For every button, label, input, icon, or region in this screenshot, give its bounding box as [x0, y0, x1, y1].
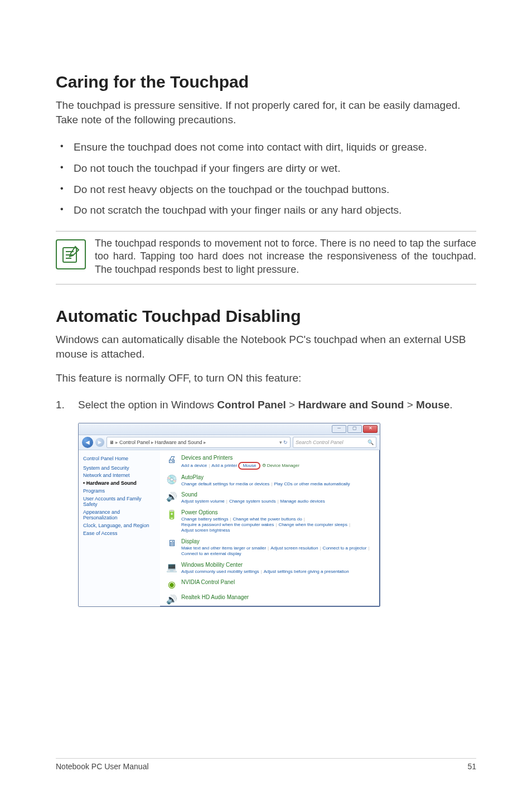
mobility-icon: 💻 — [166, 562, 178, 575]
category-display: 🖥 Display Make text and other items larg… — [166, 538, 374, 557]
link-add-device[interactable]: Add a device — [181, 463, 207, 468]
link-power-password[interactable]: Require a password when the computer wak… — [181, 522, 274, 527]
breadcrumb-bar[interactable]: 🖥 ▸ Control Panel ▸ Hardware and Sound ▸… — [107, 437, 291, 448]
heading-caring: Caring for the Touchpad — [56, 73, 476, 91]
nvidia-icon: ◉ — [166, 579, 178, 590]
step-text-b3: Mouse — [416, 399, 449, 411]
sidebar-item-user-accounts[interactable]: User Accounts and Family Safety — [83, 496, 156, 508]
step-item: 1. Select the option in Windows Control … — [56, 396, 476, 415]
autoplay-icon: 💿 — [166, 474, 178, 487]
step-number: 1. — [56, 398, 65, 413]
category-title[interactable]: Power Options — [181, 509, 374, 515]
category-title[interactable]: NVIDIA Control Panel — [181, 579, 374, 585]
step-text-sep1: > — [286, 399, 298, 411]
note-icon — [56, 239, 86, 269]
category-devices: 🖨 Devices and Printers Add a device|Add … — [166, 455, 374, 470]
realtek-icon: 🔊 — [166, 594, 178, 605]
sidebar-item-programs[interactable]: Programs — [83, 489, 156, 494]
refresh-icon[interactable]: ↻ — [283, 440, 288, 445]
sidebar-item-clock[interactable]: Clock, Language, and Region — [83, 523, 156, 529]
step-text-prefix: Select the option in Windows — [78, 399, 217, 411]
intro-caring: The touchpad is pressure sensitive. If n… — [56, 98, 476, 127]
control-panel-body: Control Panel Home System and Security N… — [79, 450, 380, 606]
link-power-buttons[interactable]: Change what the power buttons do — [233, 517, 302, 522]
para-auto-disable-1: Windows can automatically disable the No… — [56, 332, 476, 361]
link-device-manager[interactable]: Device Manager — [262, 463, 299, 468]
breadcrumb-item[interactable]: Control Panel — [119, 440, 150, 445]
sidebar-item-network[interactable]: Network and Internet — [83, 473, 156, 479]
link-power-sleep[interactable]: Change when the computer sleeps — [278, 522, 347, 527]
link-power-battery[interactable]: Change battery settings — [181, 517, 229, 522]
breadcrumb-sep: ▸ — [115, 440, 118, 445]
heading-auto-disable: Automatic Touchpad Disabling — [56, 307, 476, 326]
link-power-brightness[interactable]: Adjust screen brightness — [181, 528, 230, 533]
link-display-projector[interactable]: Connect to a projector — [323, 546, 367, 551]
category-power: 🔋 Power Options Change battery settings|… — [166, 509, 374, 534]
link-display-external[interactable]: Connect to an external display — [181, 551, 241, 556]
notepad-icon — [61, 244, 81, 264]
link-add-printer[interactable]: Add a printer — [211, 463, 237, 468]
category-autoplay: 💿 AutoPlay Change default settings for m… — [166, 474, 374, 487]
link-mobility-presentation[interactable]: Adjust settings before giving a presenta… — [264, 569, 349, 574]
maximize-button[interactable]: ▢ — [347, 425, 362, 433]
step-text-b2: Hardware and Sound — [298, 399, 404, 411]
note-text: The touchpad responds to movement not to… — [95, 237, 476, 276]
bullet-list-caring: Ensure the touchpad does not come into c… — [56, 137, 476, 221]
breadcrumb-icon: 🖥 — [109, 440, 114, 445]
power-icon: 🔋 — [166, 509, 178, 534]
sidebar-item-ease-access[interactable]: Ease of Access — [83, 531, 156, 537]
printer-icon: 🖨 — [166, 455, 178, 470]
bullet-item: Ensure the touchpad does not come into c… — [56, 137, 476, 158]
category-nvidia: ◉ NVIDIA Control Panel — [166, 579, 374, 590]
bullet-item: Do not rest heavy objects on the touchpa… — [56, 179, 476, 200]
window-controls: ─ ▢ ✕ — [332, 425, 378, 433]
search-input[interactable]: Search Control Panel — [293, 437, 376, 448]
display-icon: 🖥 — [166, 538, 178, 557]
page-footer: Notebook PC User Manual 51 — [56, 758, 476, 771]
category-title[interactable]: Devices and Printers — [181, 455, 374, 461]
link-autoplay-play[interactable]: Play CDs or other media automatically — [274, 481, 350, 486]
document-page: Caring for the Touchpad The touchpad is … — [0, 0, 532, 791]
category-sound: 🔊 Sound Adjust system volume|Change syst… — [166, 491, 374, 504]
back-button[interactable]: ◄ — [82, 437, 93, 448]
link-mouse-highlighted[interactable]: Mouse — [238, 462, 260, 470]
breadcrumb-item[interactable]: Hardware and Sound — [155, 440, 202, 445]
sidebar-item-appearance[interactable]: Appearance and Personalization — [83, 510, 156, 521]
embedded-screenshot: ─ ▢ ✕ ◄ ► 🖥 ▸ Control Panel ▸ Hardware a… — [78, 423, 476, 607]
sidebar-item-hardware-sound[interactable]: Hardware and Sound — [83, 481, 156, 486]
explorer-toolbar: ◄ ► 🖥 ▸ Control Panel ▸ Hardware and Sou… — [79, 435, 380, 450]
sidebar-item-system-security[interactable]: System and Security — [83, 466, 156, 471]
link-autoplay-defaults[interactable]: Change default settings for media or dev… — [181, 481, 269, 486]
link-sound-volume[interactable]: Adjust system volume — [181, 499, 225, 504]
speaker-icon: 🔊 — [166, 491, 178, 504]
bullet-item: Do not scratch the touchpad with your fi… — [56, 200, 476, 221]
link-display-resolution[interactable]: Adjust screen resolution — [270, 546, 318, 551]
bullet-item: Do not touch the touchpad if your finger… — [56, 158, 476, 179]
para-auto-disable-2: This feature is normally OFF, to turn ON… — [56, 371, 476, 385]
link-mobility-settings[interactable]: Adjust commonly used mobility settings — [181, 569, 259, 574]
category-title[interactable]: Sound — [181, 491, 374, 498]
category-title[interactable]: Windows Mobility Center — [181, 562, 374, 568]
control-panel-window: ─ ▢ ✕ ◄ ► 🖥 ▸ Control Panel ▸ Hardware a… — [78, 423, 380, 607]
category-title[interactable]: Realtek HD Audio Manager — [181, 594, 374, 600]
window-titlebar: ─ ▢ ✕ — [79, 423, 380, 435]
close-button[interactable]: ✕ — [363, 425, 378, 433]
breadcrumb-sep: ▸ — [151, 440, 154, 445]
link-display-textsize[interactable]: Make text and other items larger or smal… — [181, 546, 266, 551]
forward-button[interactable]: ► — [95, 438, 104, 447]
category-title[interactable]: AutoPlay — [181, 474, 374, 480]
search-placeholder: Search Control Panel — [296, 440, 344, 445]
footer-left: Notebook PC User Manual — [56, 762, 149, 771]
breadcrumb-sep: ▸ — [204, 440, 206, 445]
category-mobility: 💻 Windows Mobility Center Adjust commonl… — [166, 562, 374, 575]
link-sound-sounds[interactable]: Change system sounds — [229, 499, 276, 504]
control-panel-sidebar: Control Panel Home System and Security N… — [79, 450, 160, 606]
minimize-button[interactable]: ─ — [332, 425, 346, 433]
step-text-suffix: . — [449, 399, 452, 411]
note-box: The touchpad responds to movement not to… — [56, 231, 476, 284]
sidebar-home[interactable]: Control Panel Home — [83, 456, 156, 461]
step-text-b1: Control Panel — [217, 399, 286, 411]
link-sound-devices[interactable]: Manage audio devices — [280, 499, 325, 504]
category-title[interactable]: Display — [181, 538, 374, 544]
breadcrumb-dropdown-icon[interactable]: ▾ — [279, 440, 282, 445]
